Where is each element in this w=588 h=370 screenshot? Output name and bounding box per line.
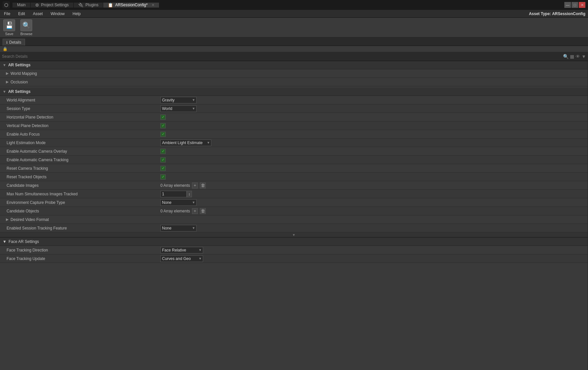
reset-camera-checkbox[interactable]: ✓: [160, 166, 166, 171]
light-estimation-value: Ambient Light Estimate None Directional …: [160, 140, 585, 146]
light-estimation-select[interactable]: Ambient Light Estimate None Directional: [160, 140, 211, 146]
auto-focus-checkbox[interactable]: ✓: [160, 132, 166, 137]
vertical-plane-label: Vertical Plane Detection: [3, 123, 160, 128]
face-tracking-update-row: Face Tracking Update Curves and Geo Curv…: [0, 254, 588, 263]
reset-camera-value: ✓: [160, 166, 585, 171]
candidate-objects-add[interactable]: +: [192, 208, 198, 214]
world-alignment-value: Gravity Camera World ▼: [160, 97, 585, 103]
camera-overlay-checkbox[interactable]: ✓: [160, 149, 166, 154]
occlusion-row[interactable]: ▶ Occlusion: [0, 78, 588, 86]
candidate-objects-array: 0 Array elements + 🗑: [160, 208, 206, 214]
minimize-button[interactable]: —: [564, 2, 571, 8]
menu-asset[interactable]: Asset: [32, 11, 44, 17]
maximize-button[interactable]: □: [572, 2, 578, 8]
max-images-value: ↕: [160, 191, 585, 197]
chevron-down-icon[interactable]: ▼: [581, 54, 586, 59]
face-tracking-direction-select[interactable]: Face Relative World Relative: [160, 247, 203, 253]
ar-settings-1-header[interactable]: ▼ AR Settings: [0, 61, 588, 69]
tab-plugins-icon: 🔌: [78, 3, 83, 8]
ar-settings-2-arrow: ▼: [3, 90, 6, 94]
browse-label: Browse: [20, 32, 33, 36]
asset-type-value: ARSessionConfig: [552, 11, 585, 16]
world-mapping-arrow: ▶: [6, 71, 9, 76]
details-tab-label: Details: [9, 40, 21, 45]
occlusion-arrow: ▶: [6, 80, 9, 84]
ar-settings-1-title: AR Settings: [8, 63, 31, 67]
menu-items: File Edit Asset Window Help: [3, 11, 82, 17]
session-tracking-select-wrapper: None PoseData SceneUnderstanding ▼: [160, 225, 197, 231]
session-type-select[interactable]: World Face OrientationOnly: [160, 105, 197, 112]
face-ar-arrow: ▼: [3, 239, 7, 244]
title-bar-left: ⬡ Main ⚙ Project Settings 🔌 Plugins 📋 AR…: [3, 1, 159, 9]
session-type-row: Session Type World Face OrientationOnly …: [0, 104, 588, 113]
save-button[interactable]: 💾 Save: [3, 19, 15, 36]
menu-bar: File Edit Asset Window Help Asset Type: …: [0, 10, 588, 18]
face-tracking-update-label: Face Tracking Update: [3, 256, 160, 261]
session-tracking-label: Enabled Session Tracking Feature: [3, 226, 160, 230]
camera-tracking-row: Enable Automatic Camera Tracking ✓: [0, 156, 588, 164]
lock-icon[interactable]: 🔒: [3, 47, 8, 51]
reset-tracked-checkbox[interactable]: ✓: [160, 174, 166, 180]
horizontal-plane-row: Horizontal Plane Detection ✓: [0, 113, 588, 121]
close-button[interactable]: ✕: [579, 2, 585, 8]
candidate-objects-remove[interactable]: 🗑: [200, 208, 206, 214]
tab-ar-session[interactable]: 📋 ARSessionConfig* ✕: [103, 3, 159, 8]
main-area: ▼ AR Settings ▶ World Mapping ▶ Occlusio…: [0, 61, 588, 370]
menu-file[interactable]: File: [3, 11, 12, 17]
details-tab[interactable]: ℹ Details: [3, 39, 25, 46]
desired-video-label: Desired Video Format: [11, 217, 49, 222]
world-alignment-select-wrapper: Gravity Camera World ▼: [160, 97, 197, 103]
save-icon: 💾: [3, 19, 15, 31]
candidate-images-count: 0 Array elements: [160, 183, 190, 188]
candidate-images-label: Candidate Images: [3, 183, 160, 188]
light-estimation-label: Light Estimation Mode: [3, 141, 160, 145]
max-images-input[interactable]: [160, 191, 187, 197]
asset-type: Asset Type: ARSessionConfig: [529, 11, 585, 16]
vertical-plane-checkbox[interactable]: ✓: [160, 123, 166, 128]
horizontal-plane-value: ✓: [160, 115, 585, 120]
tab-main[interactable]: Main: [12, 3, 31, 8]
eye-icon[interactable]: 👁: [576, 54, 580, 59]
asset-type-label: Asset Type:: [529, 11, 551, 16]
menu-edit[interactable]: Edit: [17, 11, 26, 17]
auto-focus-row: Enable Auto Focus ✓: [0, 130, 588, 139]
reset-tracked-row: Reset Tracked Objects ✓: [0, 173, 588, 181]
env-capture-select[interactable]: None Manual Automatic: [160, 199, 197, 206]
env-capture-label: Environment Capture Probe Type: [3, 200, 160, 205]
candidate-images-add[interactable]: +: [192, 183, 198, 188]
reset-tracked-value: ✓: [160, 174, 585, 180]
camera-overlay-label: Enable Automatic Camera Overlay: [3, 149, 160, 154]
desired-video-row[interactable]: ▶ Desired Video Format: [0, 215, 588, 224]
session-type-label: Session Type: [3, 106, 160, 111]
session-tracking-row: Enabled Session Tracking Feature None Po…: [0, 224, 588, 232]
search-input[interactable]: [2, 54, 562, 59]
horizontal-plane-checkbox[interactable]: ✓: [160, 115, 166, 120]
face-ar-settings-header[interactable]: ▼ Face AR Settings: [0, 237, 588, 246]
browse-button[interactable]: 🔍 Browse: [20, 19, 33, 36]
world-alignment-select[interactable]: Gravity Camera World: [160, 97, 197, 103]
candidate-images-value: 0 Array elements + 🗑: [160, 183, 585, 188]
camera-tracking-checkbox[interactable]: ✓: [160, 157, 166, 163]
face-tracking-update-select[interactable]: Curves and Geo Curves Only Geo Only: [160, 255, 203, 262]
session-type-value: World Face OrientationOnly ▼: [160, 105, 585, 112]
details-tab-bar: ℹ Details: [0, 37, 588, 46]
tab-project-settings[interactable]: ⚙ Project Settings: [31, 3, 74, 8]
max-images-spinner: ↕: [160, 191, 192, 197]
menu-help[interactable]: Help: [71, 11, 82, 17]
tab-plugins[interactable]: 🔌 Plugins: [74, 3, 103, 8]
tab-project-settings-label: Project Settings: [41, 3, 69, 7]
env-capture-value: None Manual Automatic ▼: [160, 199, 585, 206]
max-images-label: Max Num Simultaneous Images Tracked: [3, 192, 160, 196]
ar-settings-2-header[interactable]: ▼ AR Settings: [0, 88, 588, 96]
reset-camera-label: Reset Camera Tracking: [3, 166, 160, 171]
session-tracking-select[interactable]: None PoseData SceneUnderstanding: [160, 225, 197, 231]
search-icon[interactable]: 🔍: [563, 54, 569, 59]
world-mapping-row[interactable]: ▶ World Mapping: [0, 69, 588, 78]
face-tracking-update-value: Curves and Geo Curves Only Geo Only ▼: [160, 255, 585, 262]
tab-ar-session-close[interactable]: ✕: [152, 3, 154, 7]
grid-view-icon[interactable]: ▦: [570, 54, 574, 59]
env-capture-row: Environment Capture Probe Type None Manu…: [0, 198, 588, 207]
menu-window[interactable]: Window: [49, 11, 66, 17]
scroll-down-arrow: ▼: [292, 233, 295, 237]
candidate-images-remove[interactable]: 🗑: [200, 183, 206, 188]
